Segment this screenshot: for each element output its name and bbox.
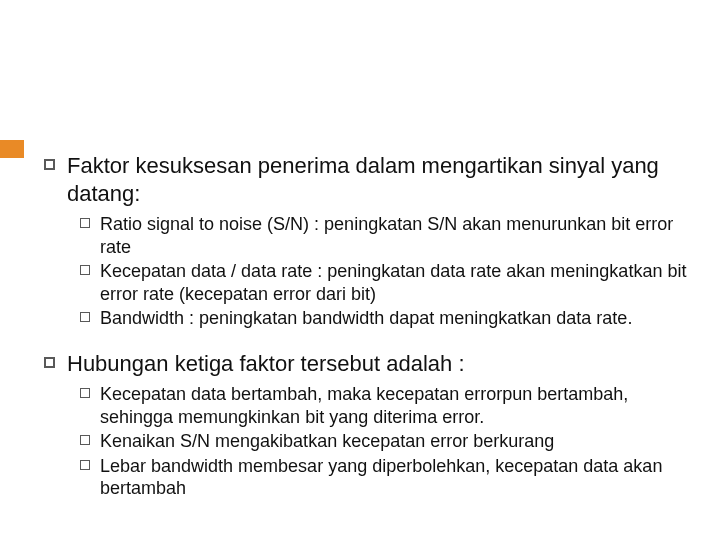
sub-item-text: Bandwidth : peningkatan bandwidth dapat … — [100, 307, 632, 330]
section-heading: Faktor kesuksesan penerima dalam mengart… — [67, 152, 690, 207]
list-item: Kecepatan data / data rate : peningkatan… — [80, 260, 690, 305]
square-bullet-icon — [80, 265, 90, 275]
sub-item-text: Kecepatan data bertambah, maka kecepatan… — [100, 383, 690, 428]
list-item: Kenaikan S/N mengakibatkan kecepatan err… — [80, 430, 690, 453]
sub-item-text: Ratio signal to noise (S/N) : peningkata… — [100, 213, 690, 258]
square-bullet-icon — [44, 357, 55, 368]
section-heading: Hubungan ketiga faktor tersebut adalah : — [67, 350, 465, 378]
list-item: Ratio signal to noise (S/N) : peningkata… — [80, 213, 690, 258]
square-bullet-icon — [80, 218, 90, 228]
square-bullet-icon — [80, 460, 90, 470]
list-item: Hubungan ketiga faktor tersebut adalah : — [44, 350, 690, 378]
sub-item-text: Kenaikan S/N mengakibatkan kecepatan err… — [100, 430, 554, 453]
list-item: Lebar bandwidth membesar yang diperboleh… — [80, 455, 690, 500]
square-bullet-icon — [80, 435, 90, 445]
sub-list: Kecepatan data bertambah, maka kecepatan… — [80, 383, 690, 500]
square-bullet-icon — [80, 388, 90, 398]
square-bullet-icon — [80, 312, 90, 322]
list-item: Bandwidth : peningkatan bandwidth dapat … — [80, 307, 690, 330]
sub-item-text: Lebar bandwidth membesar yang diperboleh… — [100, 455, 690, 500]
list-item: Faktor kesuksesan penerima dalam mengart… — [44, 152, 690, 207]
square-bullet-icon — [44, 159, 55, 170]
slide-content: Faktor kesuksesan penerima dalam mengart… — [44, 152, 690, 520]
slide: Faktor kesuksesan penerima dalam mengart… — [0, 0, 720, 540]
sub-list: Ratio signal to noise (S/N) : peningkata… — [80, 213, 690, 330]
accent-bar — [0, 140, 24, 158]
sub-item-text: Kecepatan data / data rate : peningkatan… — [100, 260, 690, 305]
list-item: Kecepatan data bertambah, maka kecepatan… — [80, 383, 690, 428]
